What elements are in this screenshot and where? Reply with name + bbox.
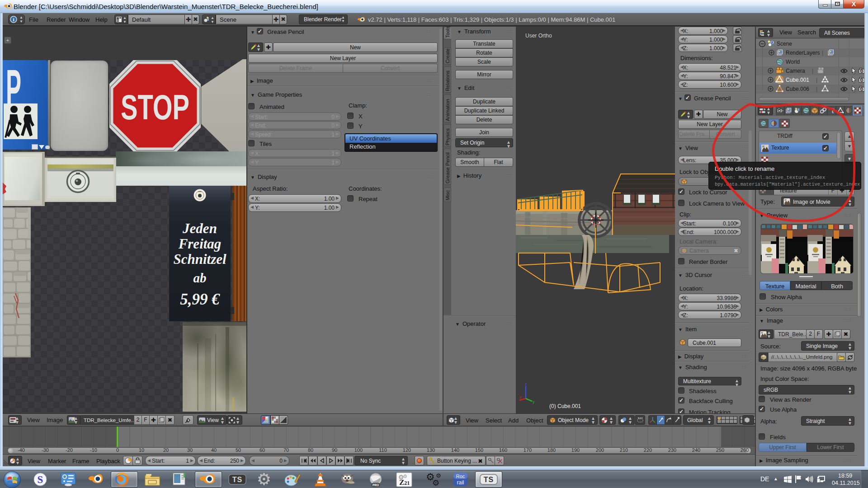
- svg-text:Roc: Roc: [456, 474, 465, 479]
- svg-text:i: i: [13, 17, 14, 22]
- svg-text:x: x: [519, 395, 522, 399]
- svg-text:S: S: [38, 474, 43, 485]
- svg-text:⚙: ⚙: [436, 472, 441, 479]
- svg-text:TS: TS: [484, 476, 494, 483]
- svg-text:rail: rail: [457, 479, 464, 486]
- svg-text:PRO: PRO: [373, 483, 379, 487]
- svg-text:STOP: STOP: [121, 87, 189, 127]
- svg-text:⚙: ⚙: [257, 471, 271, 488]
- svg-text:⚙: ⚙: [432, 479, 439, 488]
- svg-text:y: y: [533, 399, 535, 404]
- svg-text:z: z: [525, 382, 527, 386]
- svg-text:TS: TS: [232, 476, 242, 483]
